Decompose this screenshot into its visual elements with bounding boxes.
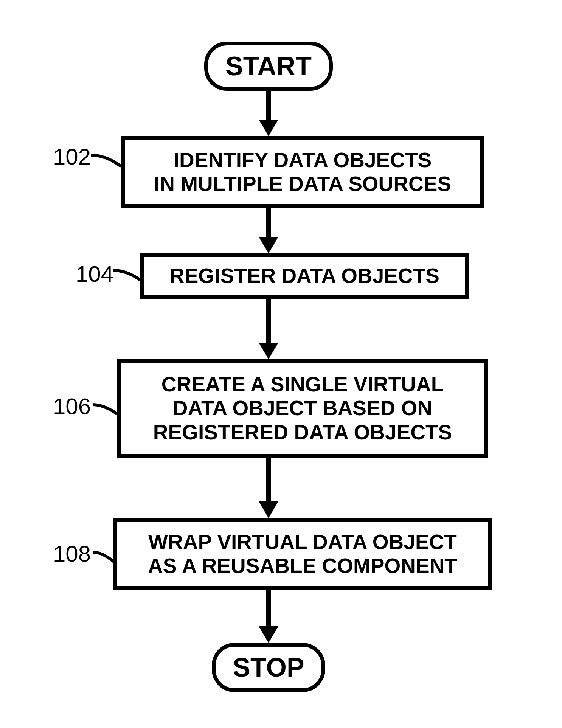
stop-node: STOP [212, 643, 325, 692]
step-104-box: REGISTER DATA OBJECTS [140, 253, 469, 299]
step-108-box: WRAP VIRTUAL DATA OBJECT AS A REUSABLE C… [113, 518, 492, 590]
step-102-box: IDENTIFY DATA OBJECTS IN MULTIPLE DATA S… [121, 136, 484, 208]
step-104-ref: 104 [76, 261, 113, 287]
leader-108 [93, 546, 117, 567]
leader-106 [93, 399, 121, 420]
step-102-ref: 102 [53, 144, 91, 170]
step-108-ref: 108 [53, 541, 91, 567]
step-106-ref: 106 [53, 393, 91, 419]
flowchart-canvas: START IDENTIFY DATA OBJECTS IN MULTIPLE … [0, 0, 562, 728]
leader-102 [91, 149, 125, 172]
step-106-box: CREATE A SINGLE VIRTUAL DATA OBJECT BASE… [117, 359, 488, 458]
leader-104 [113, 265, 144, 286]
start-node: START [204, 42, 333, 91]
